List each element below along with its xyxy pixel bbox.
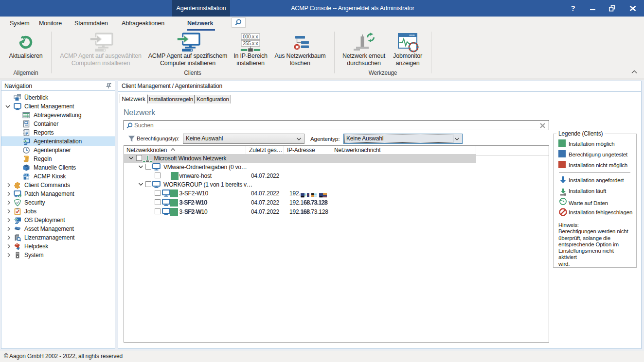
svg-text:000.x.x: 000.x.x	[243, 34, 258, 39]
svg-text:255.x.x: 255.x.x	[243, 41, 258, 46]
